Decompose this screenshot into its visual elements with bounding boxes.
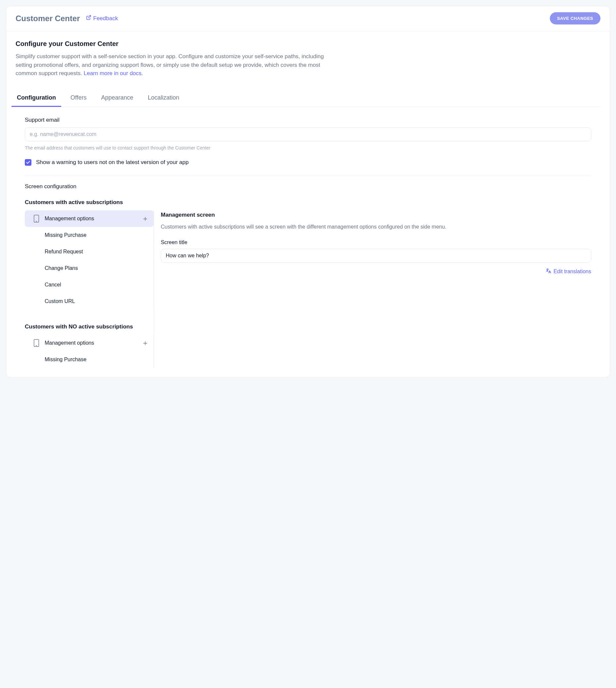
plus-icon[interactable]: ＋ bbox=[141, 215, 149, 222]
sidebar-item-management-options-inactive[interactable]: Management options ＋ bbox=[25, 335, 154, 351]
save-changes-button[interactable]: SAVE CHANGES bbox=[550, 12, 600, 24]
sidebar-item-refund-request[interactable]: Refund Request bbox=[25, 243, 154, 260]
edit-translations-link[interactable]: Edit translations bbox=[161, 268, 591, 275]
support-email-hint: The email address that customers will us… bbox=[25, 145, 591, 151]
screen-title-label: Screen title bbox=[161, 240, 591, 245]
sidebar-item-label: Refund Request bbox=[45, 249, 83, 255]
sidebar-item-label: Missing Purchase bbox=[45, 357, 86, 362]
divider bbox=[25, 175, 591, 175]
screen-config-detail: Management screen Customers with active … bbox=[154, 210, 591, 368]
group-inactive-heading: Customers with NO active subscriptions bbox=[25, 324, 154, 330]
open-external-icon bbox=[86, 15, 91, 22]
customer-center-card: Customer Center Feedback SAVE CHANGES Co… bbox=[6, 6, 610, 377]
card-header: Customer Center Feedback SAVE CHANGES bbox=[6, 6, 610, 31]
intro-description: Simplify customer support with a self-se… bbox=[16, 52, 340, 78]
configuration-panel: Support email The email address that cus… bbox=[16, 107, 600, 368]
tab-configuration[interactable]: Configuration bbox=[16, 90, 57, 107]
edit-translations-label: Edit translations bbox=[553, 269, 591, 274]
page-title: Customer Center bbox=[16, 14, 80, 23]
tab-appearance[interactable]: Appearance bbox=[100, 90, 135, 107]
tab-localization[interactable]: Localization bbox=[147, 90, 181, 107]
sidebar-item-label: Change Plans bbox=[45, 265, 78, 271]
svg-line-0 bbox=[88, 16, 90, 18]
sidebar-item-missing-purchase-inactive[interactable]: Missing Purchase bbox=[25, 351, 154, 368]
sidebar-item-management-options-active[interactable]: Management options ＋ bbox=[25, 210, 154, 227]
tab-offers[interactable]: Offers bbox=[69, 90, 88, 107]
management-screen-heading: Management screen bbox=[161, 212, 591, 218]
sidebar-item-label: Cancel bbox=[45, 282, 61, 288]
feedback-label: Feedback bbox=[93, 15, 118, 22]
sidebar-item-missing-purchase[interactable]: Missing Purchase bbox=[25, 227, 154, 243]
group-active-heading: Customers with active subscriptions bbox=[25, 199, 154, 206]
feedback-link[interactable]: Feedback bbox=[86, 15, 118, 22]
support-email-label: Support email bbox=[25, 117, 591, 124]
intro-desc-text: Simplify customer support with a self-se… bbox=[16, 53, 324, 76]
sidebar-item-cancel[interactable]: Cancel bbox=[25, 276, 154, 293]
tabs: Configuration Offers Appearance Localiza… bbox=[16, 90, 600, 107]
support-email-input[interactable] bbox=[25, 127, 591, 141]
intro-heading: Configure your Customer Center bbox=[16, 40, 600, 48]
sidebar-item-label: Missing Purchase bbox=[45, 232, 86, 238]
warning-checkbox-label: Show a warning to users not on the lates… bbox=[36, 159, 189, 166]
sidebar-item-label: Custom URL bbox=[45, 298, 75, 304]
check-icon bbox=[26, 160, 30, 165]
phone-icon bbox=[34, 339, 39, 347]
screen-title-input[interactable] bbox=[161, 249, 591, 263]
sidebar-item-change-plans[interactable]: Change Plans bbox=[25, 260, 154, 276]
sidebar-item-label: Management options bbox=[45, 216, 94, 222]
screen-config-title: Screen configuration bbox=[25, 183, 591, 190]
warning-checkbox[interactable] bbox=[25, 159, 31, 166]
warning-checkbox-row: Show a warning to users not on the lates… bbox=[25, 159, 591, 166]
translate-icon bbox=[546, 268, 551, 275]
management-screen-desc: Customers with active subscriptions will… bbox=[161, 223, 591, 231]
sidebar-item-label: Management options bbox=[45, 340, 94, 346]
screen-config-sidebar: Customers with active subscriptions Mana… bbox=[25, 199, 154, 368]
sidebar-item-custom-url[interactable]: Custom URL bbox=[25, 293, 154, 310]
learn-more-link[interactable]: Learn more in our docs. bbox=[84, 70, 143, 76]
screen-configuration: Screen configuration Customers with acti… bbox=[25, 183, 591, 368]
plus-icon[interactable]: ＋ bbox=[141, 339, 149, 347]
phone-icon bbox=[34, 214, 39, 223]
card-body: Configure your Customer Center Simplify … bbox=[6, 31, 610, 377]
